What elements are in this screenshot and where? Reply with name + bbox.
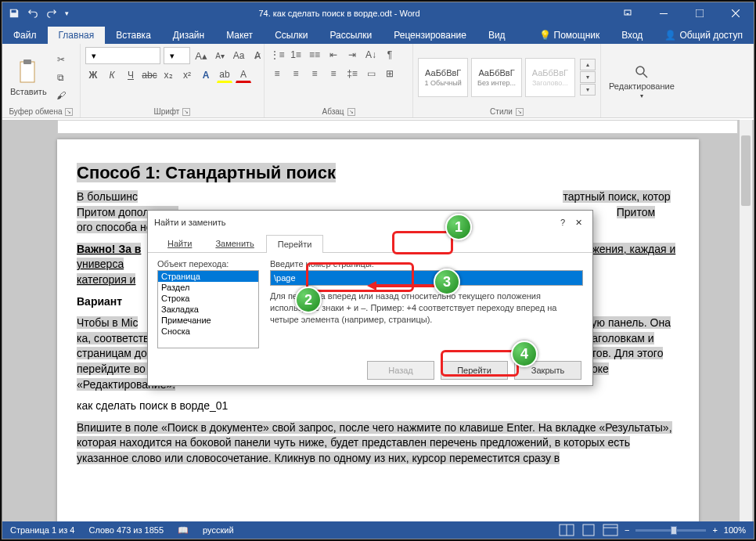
- styles-up-icon[interactable]: ▴: [580, 59, 596, 70]
- shading-icon[interactable]: ▭: [363, 66, 379, 81]
- style-normal[interactable]: АаБбВвГ1 Обычный: [418, 58, 468, 97]
- tab-view[interactable]: Вид: [477, 27, 517, 44]
- bold-icon[interactable]: Ж: [85, 67, 101, 83]
- align-center-icon[interactable]: ≡: [288, 66, 304, 81]
- paste-icon: [16, 59, 40, 85]
- tab-file[interactable]: Файл: [2, 27, 48, 44]
- tab-design[interactable]: Дизайн: [162, 27, 215, 44]
- editing-button[interactable]: Редактирование▾: [606, 63, 678, 101]
- dlg-tab-find[interactable]: Найти: [156, 234, 203, 252]
- close-button[interactable]: [718, 2, 754, 24]
- ribbon-options-icon[interactable]: [610, 2, 646, 24]
- callout-num-3: 3: [434, 269, 460, 295]
- svg-rect-9: [583, 525, 594, 536]
- clear-format-icon[interactable]: A̷: [250, 48, 265, 63]
- group-clipboard: Вставить ✂ ⧉ 🖌 Буфер обмена↘: [2, 44, 81, 117]
- dialog-launcher-icon[interactable]: ↘: [182, 108, 190, 116]
- dlg-tab-goto[interactable]: Перейти: [266, 235, 324, 253]
- underline-icon[interactable]: Ч: [123, 67, 139, 83]
- scrollbar-thumb[interactable]: [741, 135, 751, 206]
- tab-mailings[interactable]: Рассылки: [319, 27, 383, 44]
- save-icon[interactable]: [9, 8, 20, 19]
- zoom-value[interactable]: 100%: [724, 525, 746, 535]
- share-button[interactable]: 👤Общий доступ: [653, 27, 754, 44]
- borders-icon[interactable]: ⊞: [382, 66, 398, 81]
- tab-home[interactable]: Главная: [48, 27, 106, 44]
- minimize-button[interactable]: [646, 2, 682, 24]
- list-item[interactable]: Примечание: [158, 315, 258, 326]
- dialog-close-icon[interactable]: ✕: [571, 215, 586, 230]
- multilevel-icon[interactable]: ≡≡: [307, 47, 322, 63]
- undo-icon[interactable]: [27, 8, 38, 19]
- list-item[interactable]: Раздел: [158, 282, 258, 293]
- quick-access-toolbar: ▾: [2, 8, 69, 19]
- dialog-launcher-icon[interactable]: ↘: [65, 108, 73, 116]
- tab-tell-me[interactable]: 💡Помощник: [528, 27, 611, 44]
- cut-icon[interactable]: ✂: [53, 52, 69, 67]
- callout-num-1: 1: [445, 214, 472, 240]
- sort-icon[interactable]: A↓: [363, 47, 379, 63]
- text-effects-icon[interactable]: A: [198, 67, 214, 83]
- zoom-in-icon[interactable]: +: [712, 525, 717, 535]
- tab-references[interactable]: Ссылки: [264, 27, 319, 44]
- web-layout-icon[interactable]: [603, 524, 618, 536]
- dialog-launcher-icon[interactable]: ↘: [516, 108, 524, 116]
- print-layout-icon[interactable]: [581, 524, 596, 536]
- signin-link[interactable]: Вход: [610, 27, 653, 44]
- styles-down-icon[interactable]: ▾: [580, 71, 596, 83]
- svg-rect-3: [20, 62, 34, 82]
- list-item[interactable]: Строка: [158, 293, 258, 304]
- word-window: ▾ 74. как сделать поиск в ворде.odt - Wo…: [2, 2, 754, 539]
- read-mode-icon[interactable]: [559, 524, 574, 536]
- list-item[interactable]: Сноска: [158, 326, 258, 337]
- change-case-icon[interactable]: Aa: [231, 48, 247, 63]
- styles-more-icon[interactable]: ▾: [580, 84, 596, 96]
- list-item[interactable]: Закладка: [158, 304, 258, 315]
- superscript-icon[interactable]: x²: [179, 67, 195, 83]
- style-heading1[interactable]: АаБбВвГЗаголово...: [525, 58, 575, 97]
- goto-button[interactable]: Перейти: [441, 361, 508, 380]
- show-marks-icon[interactable]: ¶: [382, 47, 398, 63]
- font-size[interactable]: ▾: [164, 47, 190, 64]
- justify-icon[interactable]: ≡: [326, 66, 341, 81]
- dialog-titlebar[interactable]: Найти и заменить ? ✕: [148, 211, 592, 234]
- tab-layout[interactable]: Макет: [215, 27, 264, 44]
- status-words[interactable]: Слово 473 из 1855: [88, 525, 164, 535]
- style-nospacing[interactable]: АаБбВвГБез интер...: [471, 58, 521, 97]
- status-page[interactable]: Страница 1 из 4: [10, 525, 74, 535]
- font-color-icon[interactable]: A: [236, 67, 251, 83]
- zoom-slider[interactable]: [635, 529, 706, 532]
- dialog-launcher-icon[interactable]: ↘: [347, 108, 355, 116]
- align-right-icon[interactable]: ≡: [307, 66, 322, 81]
- line-spacing-icon[interactable]: ‡≡: [344, 66, 360, 81]
- status-language[interactable]: русский: [203, 525, 233, 535]
- goto-object-list[interactable]: Страница Раздел Строка Закладка Примечан…: [157, 270, 259, 348]
- subscript-icon[interactable]: x₂: [160, 67, 176, 83]
- strike-icon[interactable]: abc: [142, 67, 157, 83]
- tab-insert[interactable]: Вставка: [105, 27, 162, 44]
- grow-font-icon[interactable]: A▴: [193, 48, 209, 63]
- share-icon: 👤: [664, 30, 676, 41]
- paste-button[interactable]: Вставить: [7, 57, 50, 98]
- italic-icon[interactable]: К: [104, 67, 120, 83]
- dlg-tab-replace[interactable]: Заменить: [203, 234, 265, 252]
- font-name[interactable]: ▾: [85, 47, 160, 64]
- decrease-indent-icon[interactable]: ⇤: [326, 47, 341, 63]
- redo-icon[interactable]: [46, 8, 57, 19]
- maximize-button[interactable]: [682, 2, 718, 24]
- list-item[interactable]: Страница: [158, 271, 258, 282]
- format-painter-icon[interactable]: 🖌: [53, 88, 69, 103]
- zoom-out-icon[interactable]: −: [625, 525, 629, 535]
- bullets-icon[interactable]: ⋮≡: [269, 47, 285, 63]
- tab-review[interactable]: Рецензирование: [383, 27, 477, 44]
- spellcheck-icon[interactable]: 📖: [178, 525, 189, 536]
- highlight-icon[interactable]: ab: [217, 67, 232, 83]
- vertical-scrollbar[interactable]: [740, 120, 752, 521]
- copy-icon[interactable]: ⧉: [53, 70, 69, 85]
- align-left-icon[interactable]: ≡: [269, 66, 285, 81]
- dialog-help-icon[interactable]: ?: [555, 215, 571, 230]
- increase-indent-icon[interactable]: ⇥: [344, 47, 360, 63]
- numbering-icon[interactable]: 1≡: [288, 47, 304, 63]
- horizontal-ruler[interactable]: [57, 120, 738, 134]
- shrink-font-icon[interactable]: A▾: [212, 48, 228, 63]
